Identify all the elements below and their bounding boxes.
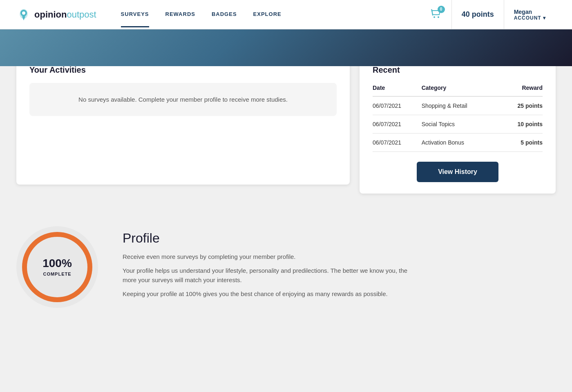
cart-icon-wrap[interactable]: 0 bbox=[430, 8, 442, 21]
svg-point-2 bbox=[22, 11, 25, 15]
header: opinionoutpost SURVEYS REWARDS BADGES EX… bbox=[0, 0, 572, 29]
recent-title: Recent bbox=[373, 65, 543, 75]
profile-heading: Profile bbox=[123, 231, 409, 246]
profile-section: 100% COMPLETE Profile Receive even more … bbox=[0, 210, 572, 324]
hero-banner bbox=[0, 29, 572, 66]
account-sub: ACCOUNT ▾ bbox=[514, 15, 546, 21]
nav-explore[interactable]: EXPLORE bbox=[253, 2, 282, 27]
row-category: Shopping & Retail bbox=[422, 96, 500, 115]
nav-badges[interactable]: BADGES bbox=[212, 2, 237, 27]
profile-desc2: Your profile helps us understand your li… bbox=[123, 266, 409, 285]
header-right: 0 40 points Megan ACCOUNT ▾ bbox=[420, 0, 556, 29]
points-display: 40 points bbox=[452, 0, 504, 29]
chevron-down-icon: ▾ bbox=[543, 15, 546, 21]
logo-icon bbox=[16, 7, 31, 22]
logo[interactable]: opinionoutpost bbox=[16, 7, 96, 22]
profile-circle: 100% COMPLETE bbox=[16, 226, 98, 308]
row-reward: 5 points bbox=[500, 134, 543, 152]
recent-table: Date Category Reward 06/07/2021 Shopping… bbox=[373, 81, 543, 152]
logo-opinion: opinion bbox=[34, 9, 67, 20]
profile-desc1: Receive even more surveys by completing … bbox=[123, 252, 409, 262]
main-nav: SURVEYS REWARDS BADGES EXPLORE bbox=[121, 2, 420, 27]
activities-panel: Your Activities No surveys available. Co… bbox=[16, 54, 350, 185]
row-category: Activation Bonus bbox=[422, 134, 500, 152]
table-row: 06/07/2021 Activation Bonus 5 points bbox=[373, 134, 543, 152]
col-date: Date bbox=[373, 81, 422, 96]
cart-area[interactable]: 0 bbox=[420, 0, 452, 29]
row-date: 06/07/2021 bbox=[373, 96, 422, 115]
profile-text: Profile Receive even more surveys by com… bbox=[123, 231, 409, 304]
circle-inner: 100% COMPLETE bbox=[42, 257, 72, 277]
nav-rewards[interactable]: REWARDS bbox=[165, 2, 195, 27]
row-reward: 10 points bbox=[500, 115, 543, 134]
activities-title: Your Activities bbox=[29, 65, 337, 75]
row-date: 06/07/2021 bbox=[373, 134, 422, 152]
main-content: Your Activities No surveys available. Co… bbox=[0, 54, 572, 210]
top-panels: Your Activities No surveys available. Co… bbox=[16, 54, 556, 194]
row-category: Social Topics bbox=[422, 115, 500, 134]
row-reward: 25 points bbox=[500, 96, 543, 115]
recent-panel: Recent Date Category Reward 06/07/2021 S… bbox=[360, 54, 556, 194]
cart-badge: 0 bbox=[438, 6, 445, 13]
nav-surveys[interactable]: SURVEYS bbox=[121, 2, 149, 27]
view-history-button[interactable]: View History bbox=[417, 162, 498, 182]
col-category: Category bbox=[422, 81, 500, 96]
svg-point-5 bbox=[438, 16, 439, 18]
profile-complete-label: COMPLETE bbox=[43, 272, 71, 276]
no-surveys-message: No surveys available. Complete your memb… bbox=[29, 83, 337, 116]
row-date: 06/07/2021 bbox=[373, 115, 422, 134]
table-row: 06/07/2021 Social Topics 10 points bbox=[373, 115, 543, 134]
profile-desc3: Keeping your profile at 100% gives you t… bbox=[123, 290, 409, 299]
table-row: 06/07/2021 Shopping & Retail 25 points bbox=[373, 96, 543, 115]
account-menu[interactable]: Megan ACCOUNT ▾ bbox=[504, 0, 556, 29]
svg-point-4 bbox=[433, 16, 435, 18]
col-reward: Reward bbox=[500, 81, 543, 96]
logo-outpost: outpost bbox=[67, 9, 96, 20]
account-name: Megan bbox=[514, 9, 546, 15]
profile-percent: 100% bbox=[42, 257, 72, 270]
